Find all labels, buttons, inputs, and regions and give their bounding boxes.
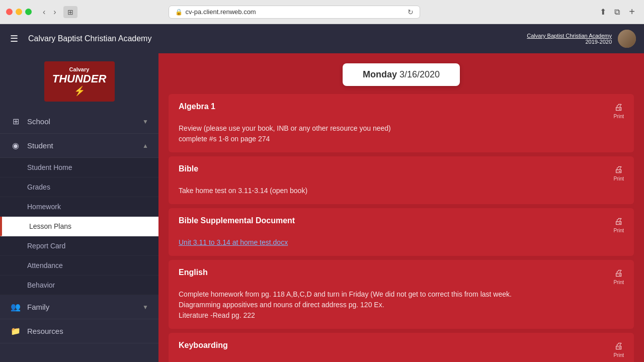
card-header-algebra1: Algebra 1 🖨 Print (179, 102, 624, 119)
card-line-1: Take home test on 3.11-3.14 (open book) (179, 186, 624, 196)
card-algebra1: Algebra 1 🖨 Print Review (please use you… (169, 94, 634, 152)
date-day: Monday (363, 69, 397, 79)
sidebar-item-resources-label: Resources (27, 327, 148, 335)
school-chevron-icon: ▼ (142, 118, 148, 125)
card-body-bible: Take home test on 3.11-3.14 (open book) (179, 186, 624, 196)
forward-button[interactable]: › (50, 7, 59, 18)
print-icon-algebra1: 🖨 (614, 102, 623, 113)
minimize-button[interactable] (16, 9, 22, 15)
date-pill: Monday 3/16/2020 (343, 63, 460, 86)
card-bible-supplemental: Bible Supplemental Document 🖨 Print Unit… (169, 208, 634, 256)
sidebar-item-grades[interactable]: Grades (0, 177, 158, 197)
sidebar-item-student-label: Student (27, 141, 136, 150)
maximize-button[interactable] (25, 9, 32, 15)
school-logo: Calvary THUNDER ⚡ (44, 61, 115, 102)
hamburger-button[interactable]: ☰ (8, 31, 20, 46)
card-title-bible: Bible (179, 164, 198, 173)
school-info-year: 2019-2020 (527, 39, 612, 45)
print-icon-keyboarding: 🖨 (614, 341, 623, 351)
card-line-3: Literature -Read pg. 222 (179, 310, 624, 321)
sidebar-toggle-button[interactable]: ⧉ (612, 6, 622, 19)
card-line-1: Review (please use your book, INB or any… (179, 123, 624, 134)
avatar-image (618, 30, 636, 48)
card-english: English 🖨 Print Complete homework from p… (169, 260, 634, 329)
sidebar-item-student[interactable]: ◉ Student ▲ (0, 134, 158, 158)
card-header-english: English 🖨 Print (179, 268, 624, 285)
avatar[interactable] (618, 30, 636, 48)
sidebar-item-behavior[interactable]: Behavior (0, 276, 158, 295)
card-title-algebra1: Algebra 1 (179, 102, 215, 111)
url-text: cv-pa.client.renweb.com (186, 8, 256, 16)
sidebar-item-family[interactable]: 👥 Family ▼ (0, 295, 158, 319)
share-button[interactable]: ⬆ (598, 5, 608, 19)
main-content: Monday 3/16/2020 Algebra 1 🖨 Print (158, 53, 644, 362)
tab-switcher-button[interactable]: ⊞ (63, 6, 77, 18)
print-icon-bible-supplemental: 🖨 (614, 216, 623, 227)
card-header-bible: Bible 🖨 Print (179, 164, 624, 182)
card-body-algebra1: Review (please use your book, INB or any… (179, 123, 624, 144)
print-button-bible-supplemental[interactable]: 🖨 Print (613, 216, 624, 233)
sidebar-item-attendance[interactable]: Attendance (0, 256, 158, 276)
school-icon: ⊞ (10, 117, 21, 126)
sidebar-item-family-label: Family (27, 303, 136, 311)
student-icon: ◉ (10, 141, 21, 150)
date-full: 3/16/2020 (399, 69, 440, 79)
card-keyboarding: Keyboarding 🖨 Print (169, 333, 634, 362)
student-chevron-icon: ▲ (142, 142, 148, 149)
sidebar-item-homework[interactable]: Homework (0, 197, 158, 217)
card-line-2: Diagramming appositives and nouns of dir… (179, 300, 624, 310)
card-link-bible-supplemental[interactable]: Unit 3.11 to 3.14 at home test.docx (179, 238, 288, 246)
sidebar-item-student-home[interactable]: Student Home (0, 158, 158, 177)
school-info-name[interactable]: Calvary Baptist Christian Academy (527, 33, 612, 39)
back-button[interactable]: ‹ (40, 7, 48, 18)
topbar-right: Calvary Baptist Christian Academy 2019-2… (527, 30, 636, 48)
cards-container: Algebra 1 🖨 Print Review (please use you… (158, 94, 644, 362)
print-icon-english: 🖨 (614, 268, 623, 279)
card-bible: Bible 🖨 Print Take home test on 3.11-3.1… (169, 156, 634, 204)
card-body-english: Complete homework from pg. 118 A,B,C,D a… (179, 289, 624, 321)
print-button-english[interactable]: 🖨 Print (613, 268, 624, 285)
new-tab-button[interactable]: + (626, 5, 638, 19)
card-line-2: complete #s 1-8 on page 274 (179, 134, 624, 144)
logo-text-thunder: THUNDER (52, 72, 107, 85)
print-label-english: Print (613, 280, 624, 285)
card-header-keyboarding: Keyboarding 🖨 Print (179, 341, 624, 358)
school-name-topbar: Calvary Baptist Christian Academy (28, 34, 519, 43)
print-button-bible[interactable]: 🖨 Print (613, 164, 624, 182)
print-label-bible-supplemental: Print (613, 228, 624, 233)
resources-icon: 📁 (10, 326, 21, 336)
card-body-bible-supplemental: Unit 3.11 to 3.14 at home test.docx (179, 237, 624, 248)
topbar: ☰ Calvary Baptist Christian Academy Calv… (0, 24, 644, 53)
sidebar-item-school-label: School (27, 117, 136, 126)
card-title-keyboarding: Keyboarding (179, 341, 228, 350)
logo-area: Calvary THUNDER ⚡ (0, 53, 158, 110)
sidebar-item-report-card[interactable]: Report Card (0, 236, 158, 256)
address-bar[interactable]: 🔒 cv-pa.client.renweb.com ↻ (169, 6, 420, 19)
reload-icon: ↻ (408, 8, 414, 16)
print-button-algebra1[interactable]: 🖨 Print (613, 102, 624, 119)
close-button[interactable] (6, 9, 13, 15)
logo-lightning-icon: ⚡ (74, 85, 85, 97)
family-icon: 👥 (10, 302, 21, 312)
card-title-bible-supplemental: Bible Supplemental Document (179, 216, 295, 225)
date-header: Monday 3/16/2020 (158, 53, 644, 94)
card-header-bible-supplemental: Bible Supplemental Document 🖨 Print (179, 216, 624, 233)
lock-icon: 🔒 (175, 9, 183, 16)
school-info: Calvary Baptist Christian Academy 2019-2… (527, 33, 612, 45)
print-icon-bible: 🖨 (614, 164, 623, 175)
print-label-bible: Print (613, 176, 624, 182)
print-label-keyboarding: Print (613, 352, 624, 358)
card-title-english: English (179, 268, 208, 277)
sidebar-item-school[interactable]: ⊞ School ▼ (0, 110, 158, 134)
family-chevron-icon: ▼ (142, 304, 148, 311)
logo-text-top: Calvary (69, 66, 90, 72)
sidebar-item-lesson-plans[interactable]: Lesson Plans (0, 217, 158, 236)
sidebar-item-resources[interactable]: 📁 Resources (0, 319, 158, 343)
sidebar: Calvary THUNDER ⚡ ⊞ School ▼ ◉ Student ▲ (0, 53, 158, 362)
student-sub-nav: Student Home Grades Homework Lesson Plan… (0, 158, 158, 295)
card-line-1: Complete homework from pg. 118 A,B,C,D a… (179, 289, 624, 300)
print-button-keyboarding[interactable]: 🖨 Print (613, 341, 624, 358)
print-label-algebra1: Print (613, 114, 624, 119)
nav-section-school: ⊞ School ▼ ◉ Student ▲ Student Home Grad… (0, 110, 158, 343)
